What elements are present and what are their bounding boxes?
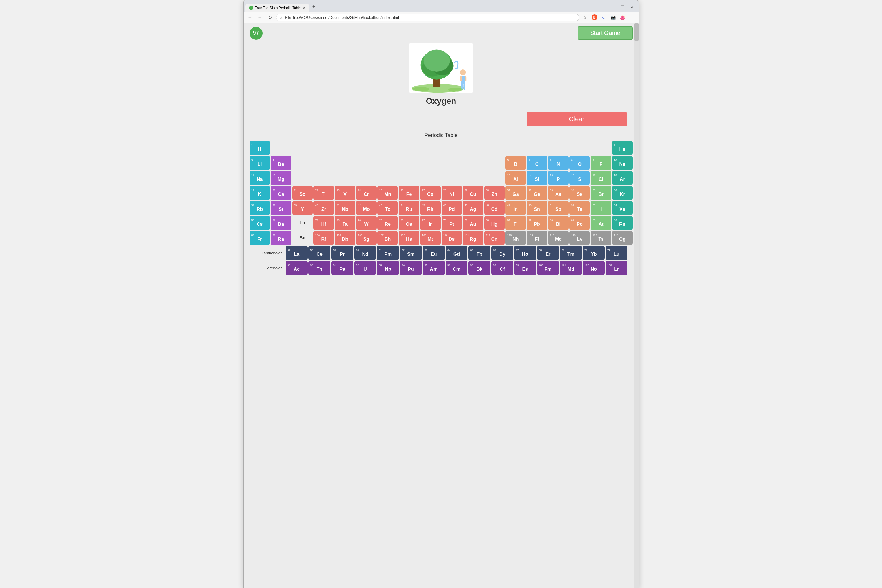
element-cell[interactable]: 85At xyxy=(591,216,611,230)
element-cell[interactable]: 24Cr xyxy=(356,186,376,200)
element-cell[interactable]: 36Kr xyxy=(612,186,633,200)
element-cell[interactable]: 116Lv xyxy=(570,231,590,245)
actinoid-cell[interactable]: 94Pu xyxy=(400,261,422,275)
element-cell[interactable]: 21Sc xyxy=(292,186,313,200)
element-cell[interactable]: 32Ge xyxy=(527,186,548,200)
element-cell[interactable]: 41Nb xyxy=(335,201,356,215)
lanthanoid-cell[interactable]: 58Ce xyxy=(308,246,330,260)
element-cell[interactable]: 53I xyxy=(591,201,611,215)
actinoid-cell[interactable]: 100Fm xyxy=(537,261,559,275)
element-cell[interactable]: 117Ts xyxy=(591,231,611,245)
actinoid-cell[interactable]: 103Lr xyxy=(606,261,628,275)
element-cell[interactable]: 9F xyxy=(591,156,611,170)
element-cell[interactable]: 4Be xyxy=(271,156,291,170)
lanthanoid-cell[interactable]: 62Sm xyxy=(400,246,422,260)
element-cell[interactable]: 26Fe xyxy=(399,186,419,200)
element-cell[interactable]: 44Ru xyxy=(399,201,419,215)
menu-button[interactable]: ⋮ xyxy=(628,13,636,21)
element-cell[interactable]: 77Ir xyxy=(420,216,441,230)
element-cell[interactable]: 105Db xyxy=(335,231,356,245)
element-cell[interactable]: 29Cu xyxy=(463,186,483,200)
element-cell[interactable]: 19K xyxy=(250,186,270,200)
lanthanoid-cell[interactable]: 71Lu xyxy=(606,246,628,260)
element-cell[interactable]: 78Pt xyxy=(442,216,462,230)
element-cell[interactable]: 52Te xyxy=(570,201,590,215)
element-cell[interactable]: 46Pd xyxy=(442,201,462,215)
actinoid-cell[interactable]: 95Am xyxy=(423,261,445,275)
element-cell[interactable]: 31Ga xyxy=(506,186,526,200)
lanthanoid-cell[interactable]: 67Ho xyxy=(514,246,536,260)
element-cell[interactable]: 54Xe xyxy=(612,201,633,215)
lanthanoid-cell[interactable]: 65Tb xyxy=(468,246,490,260)
element-cell[interactable]: 28Ni xyxy=(442,186,462,200)
lanthanoid-cell[interactable]: 57La xyxy=(286,246,308,260)
tab-close-button[interactable]: ✕ xyxy=(303,6,306,10)
element-cell[interactable]: 72Hf xyxy=(314,216,334,230)
element-cell[interactable]: 10Ne xyxy=(612,156,633,170)
element-cell[interactable]: 42Mo xyxy=(356,201,376,215)
scrollbar-thumb[interactable] xyxy=(634,23,639,41)
element-cell[interactable]: 87Fr xyxy=(250,231,270,245)
element-cell[interactable]: 5B xyxy=(506,156,526,170)
element-cell[interactable]: 106Sg xyxy=(356,231,376,245)
wallet-button[interactable]: 👛 xyxy=(619,13,627,21)
element-cell[interactable]: 84Po xyxy=(570,216,590,230)
element-cell[interactable]: 73Ta xyxy=(335,216,356,230)
element-cell[interactable]: 33As xyxy=(548,186,568,200)
element-cell[interactable]: 111Rg xyxy=(463,231,483,245)
element-cell[interactable]: 40Zr xyxy=(314,201,334,215)
element-cell[interactable]: 17Cl xyxy=(591,171,611,185)
active-tab[interactable]: Four Toe Sloth Periodic Table ✕ xyxy=(246,4,309,12)
element-cell[interactable]: 49In xyxy=(506,201,526,215)
element-cell[interactable]: 104Rf xyxy=(314,231,334,245)
lanthanoid-cell[interactable]: 68Er xyxy=(537,246,559,260)
element-cell[interactable]: 80Hg xyxy=(484,216,505,230)
element-cell[interactable]: 107Bh xyxy=(378,231,398,245)
element-cell[interactable]: 88Ra xyxy=(271,231,291,245)
element-cell[interactable]: 12Mg xyxy=(271,171,291,185)
element-cell[interactable]: 115Mc xyxy=(548,231,568,245)
element-cell[interactable]: 20Ca xyxy=(271,186,291,200)
element-cell[interactable]: 83Bi xyxy=(548,216,568,230)
new-tab-button[interactable]: + xyxy=(309,2,318,12)
lanthanoid-cell[interactable]: 70Yb xyxy=(583,246,605,260)
brave-rewards-button[interactable]: B xyxy=(590,13,598,21)
actinoid-cell[interactable]: 99Es xyxy=(514,261,536,275)
lanthanoid-cell[interactable]: 59Pr xyxy=(332,246,353,260)
element-cell[interactable]: 15P xyxy=(548,171,568,185)
element-cell[interactable]: 56Ba xyxy=(271,216,291,230)
element-cell[interactable]: 43Tc xyxy=(378,201,398,215)
element-cell[interactable]: 76Os xyxy=(399,216,419,230)
element-cell[interactable]: 27Co xyxy=(420,186,441,200)
actinoid-cell[interactable]: 97Bk xyxy=(468,261,490,275)
actinoid-cell[interactable]: 96Cm xyxy=(446,261,468,275)
forward-button[interactable]: → xyxy=(256,13,264,21)
element-cell[interactable]: 34Se xyxy=(570,186,590,200)
element-cell[interactable]: 81Tl xyxy=(506,216,526,230)
element-cell[interactable]: 18Ar xyxy=(612,171,633,185)
element-cell[interactable]: 16S xyxy=(570,171,590,185)
element-cell[interactable]: 38Sr xyxy=(271,201,291,215)
minimize-button[interactable]: — xyxy=(609,3,617,11)
element-cell[interactable]: 86Rn xyxy=(612,216,633,230)
maximize-button[interactable]: ❐ xyxy=(619,3,627,11)
back-button[interactable]: ← xyxy=(246,13,254,21)
actinoid-cell[interactable]: 92U xyxy=(354,261,376,275)
element-cell[interactable]: 75Re xyxy=(378,216,398,230)
actinoid-cell[interactable]: 98Cf xyxy=(491,261,513,275)
element-cell[interactable]: 110Ds xyxy=(442,231,462,245)
lanthanoid-cell[interactable]: 64Gd xyxy=(446,246,468,260)
lanthanoid-cell[interactable]: 66Dy xyxy=(491,246,513,260)
actinoid-cell[interactable]: 91Pa xyxy=(332,261,353,275)
element-cell[interactable]: 48Cd xyxy=(484,201,505,215)
lanthanoid-cell[interactable]: 60Nd xyxy=(354,246,376,260)
element-cell[interactable]: 51Sb xyxy=(548,201,568,215)
actinoid-cell[interactable]: 102No xyxy=(583,261,605,275)
element-cell[interactable]: 47Ag xyxy=(463,201,483,215)
element-cell[interactable]: 118Og xyxy=(612,231,633,245)
clear-button[interactable]: Clear xyxy=(527,112,627,126)
element-cell[interactable]: 109Mt xyxy=(420,231,441,245)
camera-button[interactable]: 📷 xyxy=(609,13,617,21)
element-cell[interactable]: 82Pb xyxy=(527,216,548,230)
lanthanoid-cell[interactable]: 63Eu xyxy=(423,246,445,260)
